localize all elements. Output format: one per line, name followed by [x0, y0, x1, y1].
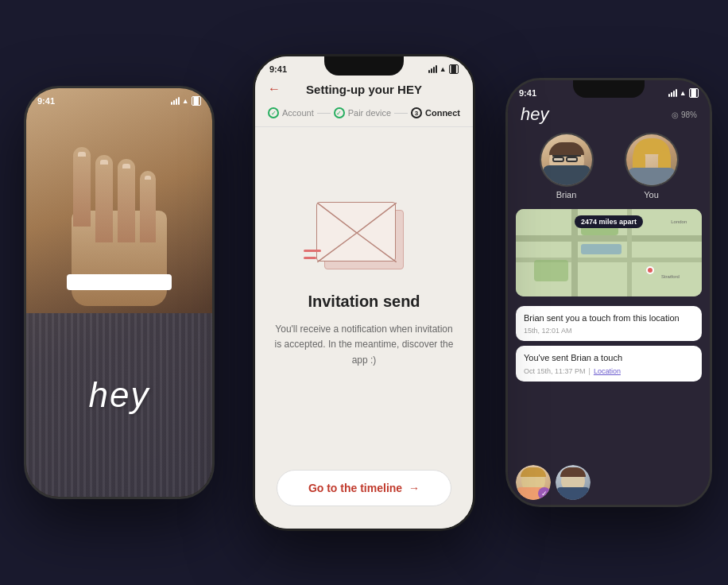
message-2-date: Oct 15th, 11:37 PM — [524, 367, 586, 375]
mini-avatar-1: ✓ — [516, 465, 551, 500]
phone-right: 9:41 ▲ █ hey ◎ 98% — [505, 78, 712, 507]
distance-badge: 2474 miles apart — [575, 215, 643, 228]
left-status-icons: ▲ █ — [171, 96, 201, 106]
hey-logo-left: hey — [89, 375, 150, 414]
hey-logo-right: hey — [521, 104, 548, 125]
message-2: You've sent Brian a touch Oct 15th, 11:3… — [516, 346, 702, 381]
back-button[interactable]: ← — [268, 82, 281, 96]
center-content: Invitation send You'll receive a notific… — [255, 127, 473, 462]
brian-label: Brian — [556, 190, 577, 200]
bottom-area: Go to the timeline → — [255, 462, 473, 529]
message-2-meta: Oct 15th, 11:37 PM | Location — [524, 367, 694, 375]
message-1-date: 15th, 12:01 AM — [524, 327, 572, 335]
step-connect-label: Connect — [425, 108, 460, 118]
setup-title: Setting-up your HEY — [287, 83, 441, 96]
right-status-icons: ▲ █ — [668, 88, 699, 98]
center-phone-time: 9:41 — [269, 64, 287, 74]
center-header: ← Setting-up your HEY — [255, 77, 473, 103]
brian-avatar-item: Brian — [540, 133, 594, 200]
bottom-avatar-strip: ✓ — [508, 460, 710, 505]
invitation-title: Invitation send — [308, 292, 420, 311]
mini-avatar-check-1: ✓ — [538, 487, 551, 500]
step-pair-label: Pair device — [348, 108, 391, 118]
timeline-button[interactable]: Go to the timeline → — [277, 470, 451, 506]
envelope-illustration — [316, 202, 412, 273]
step-account: ✓ Account — [268, 107, 314, 118]
battery-percentage: 98% — [681, 110, 697, 119]
messages-area: Brian sent you a touch from this locatio… — [508, 303, 710, 460]
step-connect-num: 3 — [411, 107, 422, 118]
invitation-desc: You'll receive a notification when invit… — [274, 322, 454, 368]
location-link[interactable]: Location — [594, 367, 621, 375]
battery-circle-icon: ◎ — [672, 110, 679, 119]
you-avatar — [625, 133, 679, 187]
map-pin — [646, 266, 654, 274]
left-phone-time: 9:41 — [37, 96, 55, 106]
you-label: You — [644, 190, 659, 200]
phone-center: 9:41 ▲ █ ← Setting-up your HEY — [253, 54, 475, 531]
avatars-row: Brian — [508, 133, 710, 209]
scene: 9:41 ▲ █ — [0, 0, 728, 585]
phone-left: 9:41 ▲ █ — [24, 86, 215, 499]
map-area: 2474 miles apart London Stratford — [516, 209, 702, 296]
message-1-meta: 15th, 12:01 AM — [524, 327, 694, 335]
message-1: Brian sent you a touch from this locatio… — [516, 306, 702, 341]
mini-avatar-2 — [556, 465, 591, 500]
svg-line-0 — [317, 233, 357, 262]
step-account-check: ✓ — [268, 107, 279, 118]
right-notch — [573, 80, 645, 98]
timeline-arrow-icon: → — [409, 482, 420, 494]
battery-indicator: ◎ 98% — [672, 110, 697, 119]
center-notch — [324, 56, 404, 76]
step-connect: 3 Connect — [411, 107, 460, 118]
center-status-icons: ▲ █ — [428, 64, 459, 74]
steps-bar: ✓ Account ✓ Pair device 3 Connect — [255, 103, 473, 127]
step-pair-check: ✓ — [334, 107, 345, 118]
svg-line-1 — [357, 233, 397, 262]
timeline-btn-label: Go to the timeline — [308, 482, 402, 494]
message-2-text: You've sent Brian a touch — [524, 352, 694, 364]
right-phone-time: 9:41 — [519, 88, 536, 98]
brian-avatar — [540, 133, 594, 187]
you-avatar-item: You — [625, 133, 679, 200]
message-1-text: Brian sent you a touch from this locatio… — [524, 312, 694, 324]
step-account-label: Account — [282, 108, 314, 118]
hey-header: hey ◎ 98% — [508, 101, 710, 133]
step-pair: ✓ Pair device — [334, 107, 391, 118]
